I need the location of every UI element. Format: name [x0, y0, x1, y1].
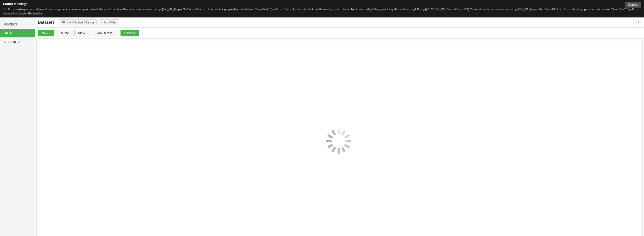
- sidebar-item-models[interactable]: MODELS: [0, 20, 35, 29]
- error-text: Error invoking service: Wrapped com.thin…: [3, 8, 639, 15]
- sidebar-item-settings-label: SETTINGS: [4, 40, 20, 44]
- filter-icon: [62, 21, 65, 24]
- svg-rect-2: [63, 23, 64, 24]
- sidebar-item-models-label: MODELS: [4, 22, 17, 26]
- error-icon: ⚠: [3, 7, 6, 12]
- filter-button[interactable]: 0 of 6 Active Filter(s): [59, 20, 96, 26]
- help-icon: ?: [638, 21, 639, 24]
- toolbar: New... Delete View... Job Details... Ref…: [35, 28, 644, 39]
- refresh-button[interactable]: Refresh: [120, 30, 140, 36]
- add-filter-button[interactable]: + Add Filter: [98, 20, 119, 26]
- delete-button[interactable]: Delete: [56, 30, 73, 36]
- loading-spinner: [330, 128, 350, 148]
- new-button[interactable]: New...: [38, 30, 54, 36]
- content-body: [36, 40, 642, 236]
- main-layout: MODELS DATA SETTINGS Datasets 0 of 6 Act…: [0, 18, 644, 236]
- sidebar: MODELS DATA SETTINGS: [0, 18, 35, 236]
- filter-label: 0 of 6 Active Filter(s): [66, 21, 94, 24]
- view-button[interactable]: View...: [74, 30, 91, 36]
- sidebar-item-data-label: DATA: [4, 31, 12, 35]
- add-filter-label: + Add Filter: [101, 21, 116, 24]
- content-area: Datasets 0 of 6 Active Filter(s) + Add F…: [35, 18, 644, 236]
- sidebar-item-settings[interactable]: SETTINGS: [0, 38, 35, 46]
- page-title: Datasets: [38, 20, 55, 25]
- dismiss-button[interactable]: Dismiss: [625, 2, 641, 8]
- status-bar-content: ⚠ Error invoking service: Wrapped com.th…: [3, 7, 641, 16]
- svg-rect-0: [62, 21, 65, 22]
- job-details-button[interactable]: Job Details...: [93, 30, 119, 36]
- svg-rect-1: [62, 22, 65, 23]
- status-bar: Status Message ⚠ Error invoking service:…: [0, 0, 644, 18]
- sidebar-item-data[interactable]: DATA: [0, 29, 35, 38]
- status-bar-title: Status Message: [3, 2, 641, 6]
- page-header: Datasets 0 of 6 Active Filter(s) + Add F…: [35, 18, 644, 28]
- help-button[interactable]: ?: [636, 20, 641, 25]
